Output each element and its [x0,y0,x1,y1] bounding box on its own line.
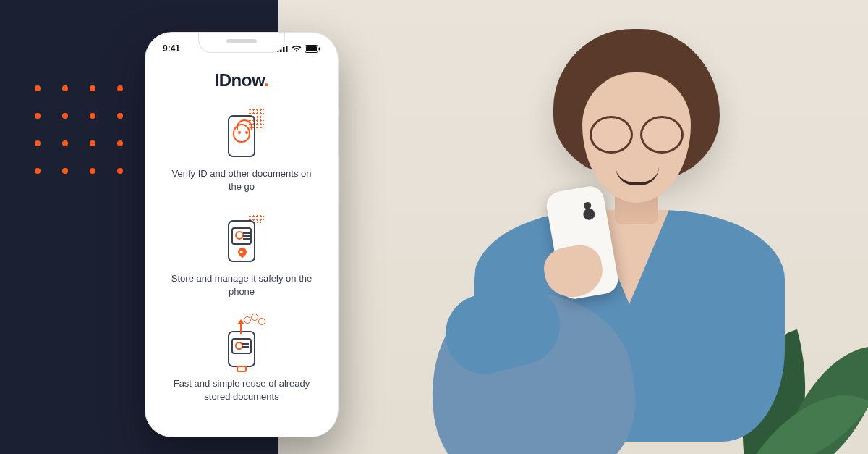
feature-verify: Verify ID and other documents on the go [169,108,314,193]
feature-reuse: Fast and simple reuse of already stored … [169,318,314,403]
reuse-documents-icon [222,318,261,370]
brand-accent-dot: . [264,70,268,90]
battery-icon [305,45,320,53]
feature-label: Fast and simple reuse of already stored … [169,377,314,403]
verify-id-icon [222,108,261,160]
phone-screen: IDnow. Verify ID and other documents on … [145,64,338,437]
statusbar-time: 9:41 [163,43,180,54]
svg-rect-2 [283,47,285,52]
glasses-icon [590,116,684,149]
brand-logo: IDnow. [215,70,269,91]
brand-name: IDnow [215,70,265,90]
feature-label: Verify ID and other documents on the go [169,167,314,193]
svg-rect-6 [319,47,320,50]
store-safely-icon [222,213,261,265]
phone-notch [198,33,285,53]
svg-rect-5 [306,46,317,51]
hero-photo [278,0,868,454]
svg-rect-3 [286,46,288,52]
person-illustration [387,29,792,454]
feature-store: Store and manage it safely on the phone [169,213,314,298]
decorative-dot-grid [35,85,123,174]
wifi-icon [292,45,302,52]
phone-mockup: 9:41 IDnow. [145,32,339,437]
feature-label: Store and manage it safely on the phone [169,272,314,298]
